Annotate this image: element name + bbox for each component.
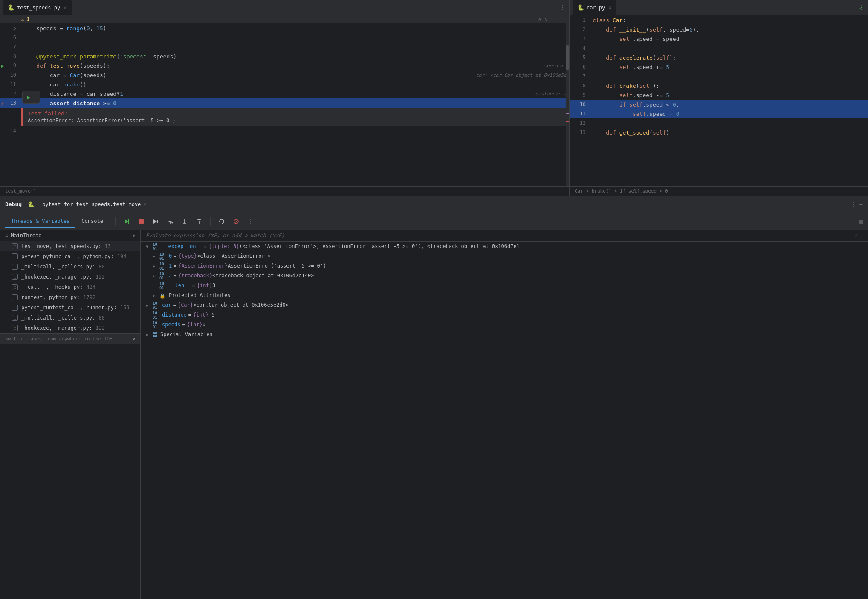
tab-car-py[interactable]: 🐍 car.py ✕ <box>573 0 616 15</box>
right-editor-pane: 🐍 car.py ✕ ✓ ⋮ 1 class Car: 2 def __i <box>570 0 868 196</box>
var-exception-2[interactable]: ▶ 1001 2 = {traceback} <traceback object… <box>141 271 868 281</box>
frame-item-5[interactable]: □ runtest, python.py: 1792 <box>0 292 140 302</box>
step-into-btn[interactable] <box>179 216 190 227</box>
debug-area: Debug 🐍 pytest for test_speeds.test_move… <box>0 196 868 599</box>
var-special[interactable]: ▶ Special Variables <box>141 330 868 340</box>
var-exception-1[interactable]: ▶ 1001 1 = {AssertionError} AssertionErr… <box>141 261 868 271</box>
lock-icon: 🔒 <box>159 293 167 299</box>
left-breadcrumb-text: test_move() <box>5 188 36 194</box>
frame-item-1[interactable]: □ pytest_pyfunc_call, python.py: 194 <box>0 251 140 262</box>
error-message: AssertionError: AssertionError('assert -… <box>28 118 564 124</box>
right-code-area: 1 class Car: 2 def __init__(self, speed=… <box>570 15 868 186</box>
error-marker <box>566 121 569 122</box>
frame-name-2: _multicall, _callers.py: <box>21 264 95 270</box>
threads-panel: ≡ MainThread ▼ □ test_move, test_speeds.… <box>0 230 141 599</box>
ae-icon-1: 1001 <box>159 263 167 269</box>
run-test-gutter-icon[interactable]: ▶ <box>1 63 4 69</box>
left-code-lines: 5 speeds = range(0, 15) 6 7 <box>0 23 569 135</box>
var-speeds[interactable]: 1001 speeds = {int} 0 <box>141 320 868 330</box>
int-icon-speeds: 1001 <box>153 322 160 328</box>
warning-down[interactable]: ∨ <box>545 16 548 22</box>
var-distance[interactable]: 1001 distance = {int} -5 <box>141 310 868 320</box>
more-debug-btn[interactable]: ⋮ <box>246 216 256 227</box>
tab-threads-variables[interactable]: Threads & Variables <box>5 216 75 228</box>
right-line-12: 12 <box>570 118 868 128</box>
svg-marker-3 <box>153 219 157 224</box>
code-line-8: 8 @pytest_mark.parametrize("speeds", spe… <box>0 52 569 61</box>
switch-frames-close[interactable]: ✕ <box>132 336 135 342</box>
code-line-5: 5 speeds = range(0, 15) <box>0 23 569 33</box>
class-icon-0: 1001 <box>159 253 167 259</box>
run-test-popup-icon: ▶ <box>27 94 30 101</box>
debug-tab-python-icon: 🐍 <box>28 201 35 207</box>
frame-item-4[interactable]: □ __call__, _hooks.py: 424 <box>0 282 140 292</box>
run-to-cursor-btn[interactable] <box>150 216 161 227</box>
toolbar-sep-1 <box>115 217 116 226</box>
tab-more-left[interactable]: ⋮ <box>559 3 566 12</box>
frame-name-3: _hookexec, _manager.py: <box>21 274 92 280</box>
resume-btn[interactable] <box>122 216 132 227</box>
right-line-6: 6 self.speed += 5 <box>570 62 868 72</box>
var-car[interactable]: ▶ 1001 car = {Car} <car.Car object at 0x… <box>141 300 868 310</box>
frame-icon-4: □ <box>12 284 18 290</box>
eval-add-watch-icon[interactable]: + <box>854 233 857 239</box>
var-len[interactable]: 1001 __len__ = {int} 3 <box>141 281 868 291</box>
var-exception[interactable]: ▼ 1001 __exception__ = {tuple: 3} (<clas… <box>141 242 868 251</box>
stop-btn[interactable] <box>136 216 146 227</box>
error-lightning-icon: ⚡ <box>1 100 4 107</box>
expand-protected: ▶ <box>153 293 159 298</box>
frame-item-7[interactable]: □ _multicall, _callers.py: 80 <box>0 313 140 323</box>
left-scroll-thumb[interactable] <box>566 45 569 70</box>
expand-0: ▶ <box>153 254 159 259</box>
var-protected[interactable]: ▶ 🔒 Protected Attributes <box>141 291 868 300</box>
python-icon: 🐍 <box>8 4 14 11</box>
frame-item-8[interactable]: □ _hookexec, _manager.py: 122 <box>0 323 140 333</box>
right-tab-bar: 🐍 car.py ✕ ✓ ⋮ <box>570 0 868 15</box>
frame-file-7: 80 <box>98 315 104 321</box>
frame-item-3[interactable]: □ _hookexec, _manager.py: 122 <box>0 272 140 282</box>
debug-content: ≡ MainThread ▼ □ test_move, test_speeds.… <box>0 230 868 599</box>
step-over-btn[interactable] <box>165 216 175 227</box>
code-line-6: 6 <box>0 33 569 42</box>
eval-placeholder[interactable]: Evaluate expression (⌥F) or add a watch … <box>146 233 851 239</box>
frame-file-3: 122 <box>95 274 105 280</box>
warning-bar: ⚠ 1 ∧ ∨ <box>0 15 569 23</box>
frame-name-7: _multicall, _callers.py: <box>21 315 95 321</box>
code-line-7: 7 <box>0 42 569 52</box>
frame-item-6[interactable]: □ pytest_runtest_call, runner.py: 169 <box>0 302 140 313</box>
tab-close-test-speeds[interactable]: ✕ <box>63 4 67 11</box>
rerun-btn[interactable] <box>217 216 227 227</box>
right-line-10: 10 if self.speed < 0: <box>570 100 868 109</box>
expand-special: ▶ <box>146 332 153 337</box>
var-exception-0[interactable]: ▶ 1001 0 = {type} <class 'AssertionError… <box>141 251 868 261</box>
expand-car: ▶ <box>146 303 153 308</box>
warning-up[interactable]: ∧ <box>538 16 541 22</box>
code-line-14: 14 <box>0 126 569 135</box>
frame-item-2[interactable]: □ _multicall, _callers.py: 80 <box>0 262 140 272</box>
thread-dropdown-icon[interactable]: ▼ <box>132 233 135 239</box>
thread-header[interactable]: ≡ MainThread ▼ <box>0 230 140 241</box>
right-code-lines: 1 class Car: 2 def __init__(self, speed=… <box>570 15 868 137</box>
debug-more-icon[interactable]: ⋮ <box>850 201 856 208</box>
eval-more-icon[interactable]: ⌵ <box>860 233 863 239</box>
tab-test-speeds[interactable]: 🐍 test_speeds.py ✕ <box>3 0 72 15</box>
tab-close-car[interactable]: ✕ <box>608 4 612 11</box>
debug-tab-close[interactable]: ✕ <box>143 202 146 207</box>
right-line-1: 1 class Car: <box>570 15 868 25</box>
frame-icon-2: □ <box>12 264 18 270</box>
svg-line-15 <box>235 220 237 223</box>
stop-all-btn[interactable] <box>231 216 241 227</box>
tab-console[interactable]: Console <box>75 216 109 228</box>
debug-session-bar: Debug 🐍 pytest for test_speeds.test_move… <box>0 196 868 213</box>
layout-toggle-btn[interactable]: ▦ <box>859 218 863 225</box>
line-12-hint: distance: -5 <box>535 91 569 97</box>
frame-item-0[interactable]: □ test_move, test_speeds.py: 13 <box>0 241 140 251</box>
left-code-area: 5 speeds = range(0, 15) 6 7 <box>0 23 569 186</box>
variables-panel: Evaluate expression (⌥F) or add a watch … <box>141 230 868 599</box>
svg-marker-8 <box>183 222 186 223</box>
right-check-icon: ✓ <box>859 4 863 11</box>
step-out-btn[interactable] <box>194 216 204 227</box>
debug-session-tab[interactable]: pytest for test_speeds.test_move ✕ <box>39 200 150 209</box>
left-scrollbar[interactable] <box>566 23 569 186</box>
debug-minimize-icon[interactable]: − <box>859 201 863 208</box>
